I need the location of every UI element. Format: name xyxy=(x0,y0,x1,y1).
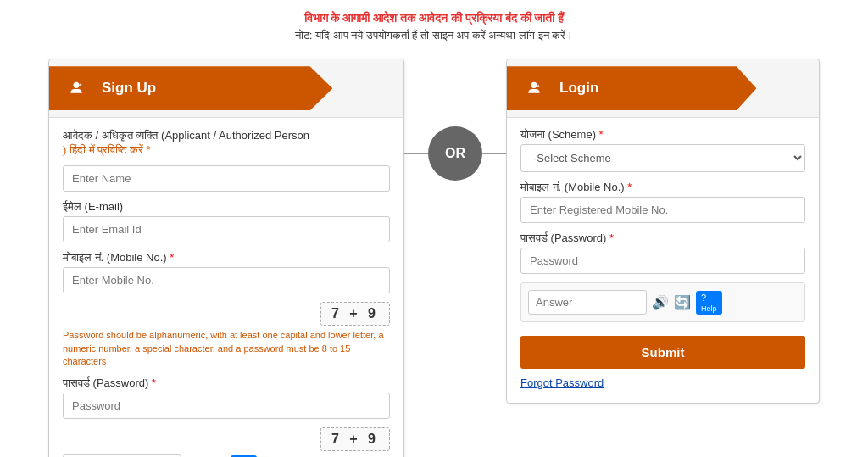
captcha2-row: 7 + 9 xyxy=(63,427,390,451)
signup-panel: Sign Up आवेदक / अधिकृत व्यक्ति (Applican… xyxy=(48,59,404,457)
signup-icon xyxy=(63,75,90,102)
login-answer-input[interactable] xyxy=(528,290,647,315)
login-refresh-icon[interactable]: 🔄 xyxy=(674,294,691,310)
login-password-group: पासवर्ड (Password) * xyxy=(520,231,805,274)
login-password-label: पासवर्ड (Password) * xyxy=(520,231,805,245)
top-notice: विभाग के आगामी आदेश तक आवेदन की प्रक्रिय… xyxy=(0,0,868,50)
email-group: ईमेल (E-mail) xyxy=(63,200,390,242)
login-icon xyxy=(520,75,548,102)
scheme-select[interactable]: -Select Scheme- xyxy=(520,144,805,172)
captcha2-value: 7 + 9 xyxy=(320,427,390,451)
name-group xyxy=(63,165,390,192)
or-divider: OR xyxy=(404,59,506,181)
scheme-group: योजना (Scheme) * -Select Scheme- xyxy=(520,128,805,172)
signup-header-wrap: Sign Up xyxy=(49,59,403,118)
login-captcha-row: 🔊 🔄 ?Help xyxy=(520,282,805,322)
login-password-input[interactable] xyxy=(520,248,805,274)
password-hint: Password should be alphanumeric, with at… xyxy=(63,329,390,368)
captcha1-value: 7 + 9 xyxy=(320,302,390,326)
or-text: OR xyxy=(445,146,465,161)
login-header: Login xyxy=(507,66,756,110)
signup-password-group: पासवर्ड (Password) * xyxy=(63,376,390,419)
signup-password-label: पासवर्ड (Password) * xyxy=(63,376,390,390)
login-panel: Login योजना (Scheme) * -Select Scheme- म… xyxy=(506,59,820,404)
hindi-link[interactable]: ) हिंदी में प्रविष्टि करें * xyxy=(63,143,150,156)
mobile-label: मोबाइल नं. (Mobile No.) * xyxy=(63,251,390,265)
login-mobile-group: मोबाइल नं. (Mobile No.) * xyxy=(520,181,805,223)
or-horizontal: OR xyxy=(404,126,506,181)
mobile-input[interactable] xyxy=(63,267,390,293)
login-mobile-input[interactable] xyxy=(520,197,805,223)
email-label: ईमेल (E-mail) xyxy=(63,200,390,214)
login-help-icon[interactable]: ?Help xyxy=(696,291,722,315)
forgot-password-link[interactable]: Forgot Password xyxy=(520,376,604,389)
notice-line1: विभाग के आगामी आदेश तक आवेदन की प्रक्रिय… xyxy=(17,8,851,27)
notice-line2: नोट: यदि आप नये उपयोगकर्ता हैं तो साइन अ… xyxy=(17,27,851,45)
or-right-line xyxy=(482,153,506,154)
password-hint-group: Password should be alphanumeric, with at… xyxy=(63,329,390,368)
or-left-line xyxy=(404,153,428,154)
login-title: Login xyxy=(559,80,598,97)
signup-body: आवेदक / अधिकृत व्यक्ति (Applicant / Auth… xyxy=(49,118,403,457)
email-input[interactable] xyxy=(63,216,390,242)
or-circle: OR xyxy=(428,126,482,181)
signup-header: Sign Up xyxy=(49,66,332,110)
login-volume-icon[interactable]: 🔊 xyxy=(652,294,669,310)
name-input[interactable] xyxy=(63,165,390,192)
mobile-group: मोबाइल नं. (Mobile No.) * xyxy=(63,251,390,293)
login-body: योजना (Scheme) * -Select Scheme- मोबाइल … xyxy=(507,118,819,389)
applicant-label: आवेदक / अधिकृत व्यक्ति (Applicant / Auth… xyxy=(63,129,309,142)
scheme-label: योजना (Scheme) * xyxy=(520,128,805,142)
submit-button[interactable]: Submit xyxy=(520,336,805,369)
signup-password-input[interactable] xyxy=(63,393,390,419)
captcha1-row: 7 + 9 xyxy=(63,302,390,326)
signup-title: Sign Up xyxy=(102,80,156,97)
login-mobile-label: मोबाइल नं. (Mobile No.) * xyxy=(520,181,805,194)
login-header-wrap: Login xyxy=(507,59,819,118)
applicant-type-group: आवेदक / अधिकृत व्यक्ति (Applicant / Auth… xyxy=(63,128,390,157)
